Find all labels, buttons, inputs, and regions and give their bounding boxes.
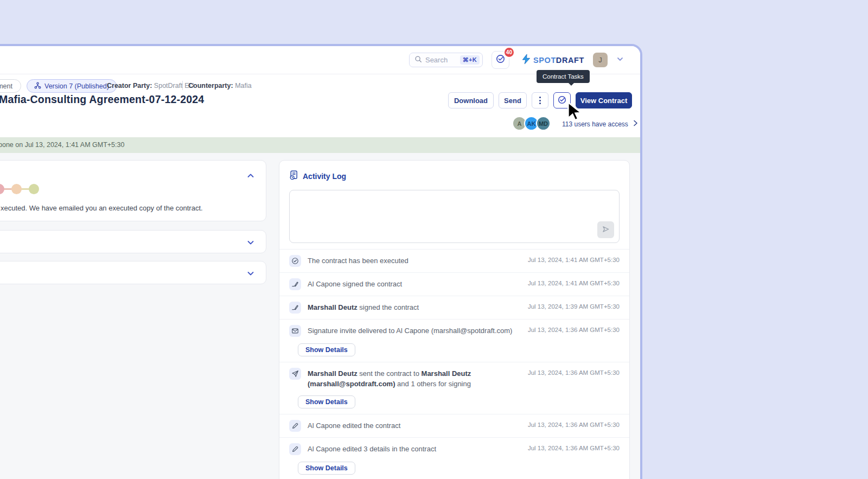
activity-entry-timestamp: Jul 13, 2024, 1:36 AM GMT+5:30 <box>528 443 620 451</box>
activity-log-card: Activity Log The contract has been execu… <box>279 160 630 479</box>
signature-icon <box>289 302 301 314</box>
activity-entry-text: Marshall Deutz signed the contract <box>308 302 521 312</box>
activity-entry-text: Al Capone edited the contract <box>308 420 521 431</box>
spotdraft-logo: SPOTDRAFT <box>521 54 584 67</box>
timeline-dot <box>29 184 39 194</box>
mail-icon <box>289 325 301 337</box>
counterparty-meta: Counterparty: Mafia <box>188 82 252 90</box>
page-title: Mafia-Consulting Agreement-07-12-2024 <box>0 93 204 106</box>
submit-comment-button[interactable] <box>597 221 614 238</box>
contract-type-pill: eement <box>0 79 21 93</box>
chevron-right-icon <box>633 120 639 128</box>
activity-entry-text: Marshall Deutz sent the contract to Mars… <box>308 368 521 389</box>
app-window: Search ⌘+K 40 SPOTDRAFT J Contract Task <box>0 44 642 479</box>
kebab-icon <box>539 97 541 104</box>
user-avatar[interactable]: J <box>593 53 608 67</box>
view-contract-button[interactable]: View Contract <box>576 92 632 108</box>
activity-entry-text: Al Capone edited 3 details in the contra… <box>308 443 521 454</box>
tasks-count-badge: 40 <box>503 47 515 58</box>
search-shortcut-badge: ⌘+K <box>460 55 480 65</box>
contract-tasks-tooltip: Contract Tasks <box>537 70 590 83</box>
meta-divider <box>182 81 183 90</box>
chevron-down-icon[interactable] <box>616 55 624 65</box>
show-details-button[interactable]: Show Details <box>298 462 355 475</box>
show-details-button[interactable]: Show Details <box>298 343 355 356</box>
signature-icon <box>289 278 301 290</box>
activity-entry-timestamp: Jul 13, 2024, 1:39 AM GMT+5:30 <box>528 302 620 310</box>
activity-log-entries: The contract has been executedJul 13, 20… <box>279 249 629 479</box>
search-placeholder: Search <box>425 56 457 64</box>
chevron-up-icon[interactable] <box>246 171 255 182</box>
executed-banner: pone on Jul 13, 2024, 1:41 AM GMT+5:30 <box>0 137 640 153</box>
activity-log-title: Activity Log <box>303 172 346 181</box>
activity-log-entry: Marshall Deutz signed the contractJul 13… <box>279 296 629 319</box>
activity-log-entry: Signature invite delivered to Al Capone … <box>279 319 629 362</box>
activity-entry-timestamp: Jul 13, 2024, 1:41 AM GMT+5:30 <box>528 255 620 263</box>
activity-entry-timestamp: Jul 13, 2024, 1:36 AM GMT+5:30 <box>528 420 620 428</box>
avatar[interactable]: MD <box>536 116 551 131</box>
activity-entry-text: The contract has been executed <box>308 255 521 266</box>
activity-entry-timestamp: Jul 13, 2024, 1:36 AM GMT+5:30 <box>528 325 620 333</box>
activity-entry-timestamp: Jul 13, 2024, 1:41 AM GMT+5:30 <box>528 278 620 286</box>
pencil-icon <box>289 443 301 455</box>
mouse-cursor <box>565 101 583 125</box>
send-plane-icon <box>289 368 301 380</box>
activity-log-icon <box>289 170 298 182</box>
contract-tasks-button[interactable]: 40 <box>492 51 509 69</box>
lightning-bolt-icon <box>521 54 531 67</box>
chevron-down-icon[interactable] <box>246 269 255 280</box>
pencil-icon <box>289 420 301 432</box>
activity-entry-timestamp: Jul 13, 2024, 1:36 AM GMT+5:30 <box>528 368 620 376</box>
executed-banner-text: pone on Jul 13, 2024, 1:41 AM GMT+5:30 <box>0 137 124 153</box>
collapsed-section-card[interactable] <box>0 261 266 284</box>
version-branch-icon <box>34 82 41 91</box>
download-button[interactable]: Download <box>448 92 494 108</box>
timeline-dot <box>11 184 22 194</box>
activity-log-entry: Al Capone edited 3 details in the contra… <box>279 437 629 479</box>
activity-log-header: Activity Log <box>279 161 629 182</box>
status-message: xecuted. We have emailed you an executed… <box>1 204 203 212</box>
activity-log-entry: Al Capone edited the contractJul 13, 202… <box>279 414 629 437</box>
version-pill[interactable]: Version 7 (Published) <box>27 79 117 93</box>
chevron-down-icon[interactable] <box>246 238 255 249</box>
more-options-button[interactable] <box>532 92 548 108</box>
activity-entry-text: Signature invite delivered to Al Capone … <box>308 325 521 336</box>
activity-entry-text: Al Capone signed the contract <box>308 278 521 289</box>
comment-input[interactable] <box>289 190 620 243</box>
collapsed-section-card[interactable] <box>0 230 266 253</box>
search-icon <box>414 55 422 65</box>
show-details-button[interactable]: Show Details <box>298 395 355 408</box>
send-button[interactable]: Send <box>499 92 527 108</box>
activity-log-entry: Marshall Deutz sent the contract to Mars… <box>279 362 629 414</box>
avatar-group[interactable]: AAKMD <box>512 116 551 131</box>
contract-status-card <box>0 160 266 221</box>
creator-party-meta: Creator Party: SpotDraft EU <box>107 82 194 90</box>
activity-log-entry: The contract has been executedJul 13, 20… <box>279 249 629 272</box>
paper-plane-icon <box>602 225 610 235</box>
desktop-background: Search ⌘+K 40 SPOTDRAFT J Contract Task <box>0 0 868 479</box>
check-circle-icon <box>289 255 301 267</box>
activity-log-entry: Al Capone signed the contractJul 13, 202… <box>279 272 629 296</box>
search-input[interactable]: Search ⌘+K <box>409 53 483 67</box>
